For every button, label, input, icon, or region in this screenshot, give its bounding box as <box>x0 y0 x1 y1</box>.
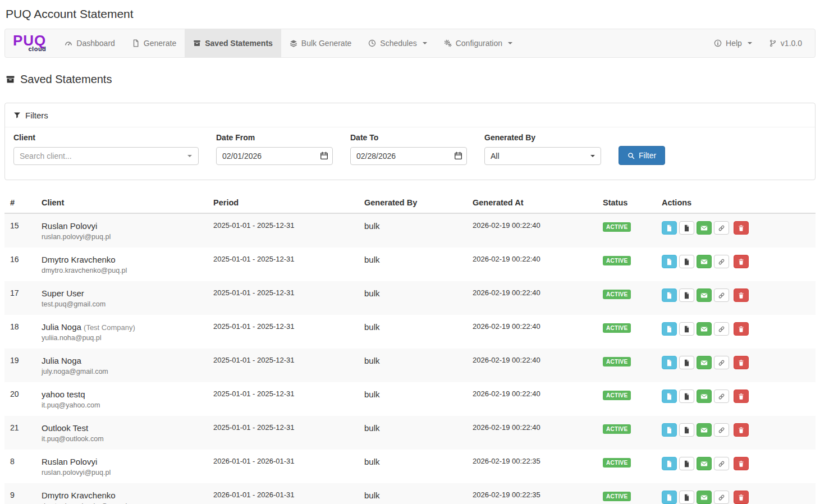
status-cell: ACTIVE <box>598 450 657 483</box>
table-row: 18Julia Noga (Test Company)yuliia.noha@p… <box>4 315 816 349</box>
download-pdf-button[interactable] <box>662 390 677 403</box>
send-email-button[interactable] <box>697 457 712 470</box>
copy-link-button[interactable] <box>714 221 729 235</box>
row-id: 21 <box>4 416 37 450</box>
generated-by: bulk <box>360 349 468 382</box>
brand-logo[interactable]: PUQ cloud <box>5 29 56 57</box>
actions-cell <box>657 450 816 483</box>
nav-item-configuration[interactable]: Configuration <box>436 29 521 57</box>
download-csv-button[interactable] <box>679 356 694 369</box>
client-search-input[interactable] <box>13 147 199 165</box>
date-to-field: Date To <box>350 133 467 165</box>
download-pdf-button[interactable] <box>662 221 677 235</box>
table-row: 9Dmytro Kravchenkodmytro.kravchenko@puq.… <box>4 483 816 504</box>
nav-item-bulk-generate[interactable]: Bulk Generate <box>281 29 360 57</box>
date-from-field: Date From <box>216 133 333 165</box>
generated-at: 2026-02-19 00:22:40 <box>468 382 598 416</box>
send-email-button[interactable] <box>697 255 712 268</box>
delete-button[interactable] <box>734 423 749 437</box>
status-cell: ACTIVE <box>598 315 657 349</box>
delete-button[interactable] <box>734 390 749 403</box>
download-csv-button[interactable] <box>679 322 694 336</box>
generated-at: 2026-02-19 00:22:40 <box>468 315 598 349</box>
nav-item-generate[interactable]: Generate <box>123 29 185 57</box>
status-cell: ACTIVE <box>598 349 657 382</box>
clock-icon <box>368 39 376 47</box>
client-cell: Super Usertest.puq@gmail.com <box>37 281 209 315</box>
download-csv-button[interactable] <box>679 255 694 268</box>
statement-period: 2025-01-01 - 2025-12-31 <box>209 382 360 416</box>
search-icon <box>627 152 635 159</box>
calendar-icon[interactable] <box>454 152 462 160</box>
chevron-down-icon <box>748 42 752 44</box>
copy-link-button[interactable] <box>714 288 729 302</box>
generated-by-select[interactable]: All <box>484 147 601 165</box>
generated-at: 2026-02-19 00:22:40 <box>468 416 598 450</box>
copy-link-button[interactable] <box>714 390 729 403</box>
statement-period: 2025-01-01 - 2025-12-31 <box>209 281 360 315</box>
copy-link-button[interactable] <box>714 491 729 504</box>
copy-link-button[interactable] <box>714 255 729 268</box>
send-email-button[interactable] <box>697 221 712 235</box>
download-csv-button[interactable] <box>679 491 694 504</box>
send-email-button[interactable] <box>697 491 712 504</box>
send-email-button[interactable] <box>697 390 712 403</box>
client-email: it.puq@outlook.com <box>42 435 204 443</box>
send-email-button[interactable] <box>697 322 712 336</box>
download-csv-button[interactable] <box>679 221 694 235</box>
download-pdf-button[interactable] <box>662 457 677 470</box>
download-csv-button[interactable] <box>679 457 694 470</box>
download-pdf-button[interactable] <box>662 255 677 268</box>
date-from-input[interactable] <box>216 147 333 165</box>
dashboard-icon <box>65 39 72 47</box>
client-cell: Julia Noga (Test Company)yuliia.noha@puq… <box>37 315 209 349</box>
delete-button[interactable] <box>734 457 749 470</box>
nav-item-help[interactable]: Help <box>706 29 761 57</box>
download-pdf-button[interactable] <box>662 322 677 336</box>
download-csv-button[interactable] <box>679 423 694 437</box>
nav-item-v1-0-0[interactable]: v1.0.0 <box>761 29 810 57</box>
delete-button[interactable] <box>734 322 749 336</box>
client-company: (Test Company) <box>84 323 135 332</box>
delete-button[interactable] <box>734 356 749 369</box>
download-pdf-button[interactable] <box>662 356 677 369</box>
client-name: yahoo testq <box>42 390 204 399</box>
calendar-icon[interactable] <box>320 152 328 160</box>
copy-link-button[interactable] <box>714 356 729 369</box>
generated-by: bulk <box>360 382 468 416</box>
delete-button[interactable] <box>734 491 749 504</box>
delete-button[interactable] <box>734 255 749 268</box>
date-to-input[interactable] <box>350 147 467 165</box>
copy-link-button[interactable] <box>714 322 729 336</box>
filter-funnel-icon <box>13 112 21 119</box>
status-cell: ACTIVE <box>598 483 657 504</box>
table-row: 17Super Usertest.puq@gmail.com2025-01-01… <box>4 281 816 315</box>
copy-link-button[interactable] <box>714 423 729 437</box>
download-csv-button[interactable] <box>679 288 694 302</box>
filter-button[interactable]: Filter <box>619 146 665 165</box>
nav-item-label: Generate <box>144 39 176 48</box>
download-pdf-button[interactable] <box>662 423 677 437</box>
copy-link-button[interactable] <box>714 457 729 470</box>
actions-cell <box>657 213 816 248</box>
delete-button[interactable] <box>734 288 749 302</box>
nav-item-dashboard[interactable]: Dashboard <box>56 29 123 57</box>
chevron-down-icon <box>508 42 512 44</box>
status-badge: ACTIVE <box>603 323 631 333</box>
chevron-down-icon <box>590 155 595 157</box>
nav-item-schedules[interactable]: Schedules <box>360 29 435 57</box>
send-email-button[interactable] <box>697 288 712 302</box>
nav-item-saved-statements[interactable]: Saved Statements <box>185 29 281 57</box>
send-email-button[interactable] <box>697 423 712 437</box>
client-email: dmytro.kravchenko@puq.pl <box>42 267 204 274</box>
download-pdf-button[interactable] <box>662 491 677 504</box>
statement-period: 2025-01-01 - 2025-12-31 <box>209 416 360 450</box>
send-email-button[interactable] <box>697 356 712 369</box>
archive-icon <box>6 75 15 84</box>
client-name: Super User <box>42 288 204 298</box>
download-pdf-button[interactable] <box>662 288 677 302</box>
delete-button[interactable] <box>734 221 749 235</box>
download-csv-button[interactable] <box>679 390 694 403</box>
client-cell: Julia Nogajuly.noga@gmail.com <box>37 349 209 382</box>
table-row: 19Julia Nogajuly.noga@gmail.com2025-01-0… <box>4 349 816 382</box>
